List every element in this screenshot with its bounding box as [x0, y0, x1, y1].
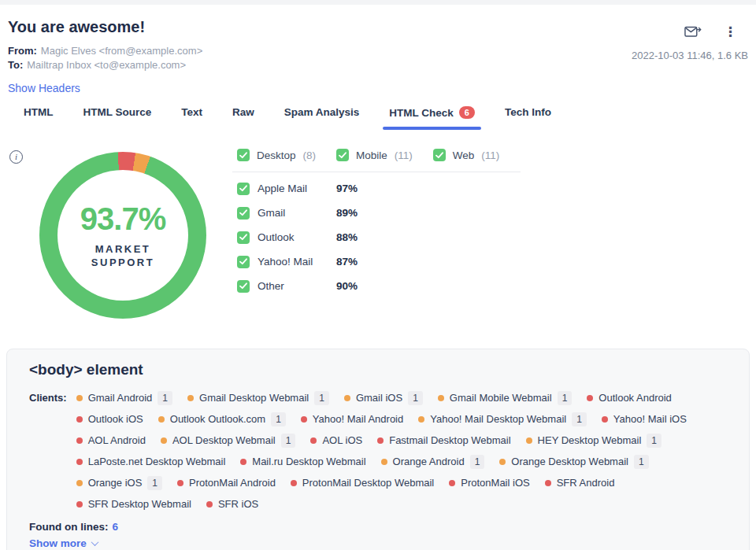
filter-web[interactable]: Web(11) — [433, 149, 500, 161]
checkbox-checked-icon[interactable] — [237, 149, 250, 161]
client-tag-name: LaPoste.net Desktop Webmail — [88, 456, 226, 467]
error-dot-icon — [301, 416, 307, 423]
client-tag-count: 1 — [158, 391, 172, 405]
client-tag-name: Orange iOS — [88, 477, 143, 489]
show-more-link[interactable]: Show more — [29, 537, 98, 549]
support-percent: 87% — [336, 256, 358, 268]
filter-label: Mobile — [356, 149, 387, 161]
to-label: To: — [8, 59, 23, 71]
client-tag-count: 1 — [314, 391, 329, 405]
client-family-label: Apple Mail — [258, 183, 328, 194]
client-tag-orange-desktop-webmail: Orange Desktop Webmail1 — [499, 451, 648, 472]
client-tag-name: ProtonMail Android — [189, 477, 276, 489]
client-tag-yahoo-mail-desktop-webmail: Yahoo! Mail Desktop Webmail1 — [418, 408, 587, 430]
checkbox-checked-icon[interactable] — [237, 183, 250, 195]
support-percent: 88% — [336, 231, 358, 243]
error-dot-icon — [76, 501, 83, 508]
filter-mobile[interactable]: Mobile(11) — [336, 149, 413, 161]
client-tag-name: Gmail Mobile Webmail — [450, 392, 552, 404]
client-tag-orange-android: Orange Android1 — [381, 451, 485, 472]
warning-dot-icon — [344, 395, 350, 401]
filter-count: (11) — [481, 149, 499, 161]
client-tag-count: 1 — [281, 434, 296, 448]
client-tag-count: 1 — [408, 391, 423, 405]
tab-html-source[interactable]: HTML Source — [82, 106, 154, 130]
error-dot-icon — [291, 480, 297, 486]
email-header: You are awesome! From:Magic Elves <from@… — [0, 5, 756, 95]
filter-desktop[interactable]: Desktop(8) — [237, 149, 316, 161]
client-tag-outlook-ios: Outlook iOS — [76, 408, 143, 430]
client-tag-name: Outlook Outlook.com — [170, 413, 265, 425]
tab-label: HTML — [24, 106, 54, 118]
support-row-yahoo-mail: Yahoo! Mail87% — [237, 249, 521, 274]
warning-dot-icon — [526, 437, 532, 444]
checkbox-checked-icon[interactable] — [433, 149, 446, 161]
warning-dot-icon — [381, 459, 387, 465]
tab-badge: 6 — [459, 106, 475, 119]
client-tag-gmail-desktop-webmail: Gmail Desktop Webmail1 — [187, 387, 329, 408]
client-tag-name: Orange Android — [393, 456, 465, 467]
client-tag-name: Yahoo! Mail Android — [313, 413, 403, 425]
client-tag-name: Orange Desktop Webmail — [511, 456, 628, 467]
client-tag-name: Outlook iOS — [88, 413, 143, 425]
tab-bar: HTMLHTML SourceTextRawSpam AnalysisHTML … — [0, 106, 756, 130]
client-tag-aol-ios: AOL iOS — [310, 430, 362, 451]
client-tag-fastmail-desktop-webmail: Fastmail Desktop Webmail — [377, 430, 510, 451]
warning-dot-icon — [76, 480, 83, 486]
tab-label: Raw — [232, 106, 254, 118]
tab-text[interactable]: Text — [180, 106, 204, 130]
donut-value: 93.7% — [80, 201, 165, 237]
error-dot-icon — [449, 480, 455, 486]
error-dot-icon — [206, 501, 213, 508]
from-value: Magic Elves <from@example.com> — [41, 45, 202, 57]
tab-label: HTML Check — [389, 107, 454, 119]
warning-dot-icon — [161, 437, 167, 444]
error-dot-icon — [177, 480, 183, 486]
client-tag-name: SFR iOS — [218, 498, 258, 510]
client-tag-name: ProtonMail Desktop Webmail — [302, 477, 434, 489]
checkbox-checked-icon[interactable] — [237, 280, 250, 293]
support-row-outlook: Outlook88% — [237, 225, 521, 249]
issue-heading: <body> element — [29, 362, 727, 378]
error-dot-icon — [76, 437, 83, 444]
to-value: Mailtrap Inbox <to@example.com> — [27, 59, 186, 71]
tab-html[interactable]: HTML — [22, 106, 55, 130]
client-tag-name: Yahoo! Mail iOS — [613, 413, 687, 425]
tab-tech-info[interactable]: Tech Info — [503, 106, 553, 130]
checkbox-checked-icon[interactable] — [237, 256, 250, 268]
client-tag-aol-desktop-webmail: AOL Desktop Webmail1 — [161, 430, 295, 451]
client-tag-aol-android: AOL Android — [76, 430, 146, 451]
tab-html-check[interactable]: HTML Check6 — [387, 106, 476, 130]
filter-count: (11) — [395, 149, 413, 161]
client-family-label: Outlook — [258, 231, 328, 243]
forward-email-icon[interactable] — [684, 25, 702, 39]
filter-count: (8) — [303, 149, 317, 161]
client-tag-sfr-desktop-webmail: SFR Desktop Webmail — [76, 493, 191, 515]
tab-raw[interactable]: Raw — [231, 106, 256, 130]
client-tag-sfr-ios: SFR iOS — [206, 493, 258, 515]
support-row-other: Other90% — [237, 274, 521, 298]
email-subject: You are awesome! — [8, 17, 748, 36]
found-on-lines: Found on lines:6 — [29, 521, 727, 533]
error-dot-icon — [377, 437, 384, 444]
checkbox-checked-icon[interactable] — [237, 207, 250, 220]
client-tag-count: 1 — [572, 412, 587, 426]
client-tag-name: Mail.ru Desktop Webmail — [252, 456, 365, 467]
client-tag-name: Gmail Android — [88, 392, 153, 404]
info-icon[interactable]: i — [9, 150, 23, 164]
checkbox-checked-icon[interactable] — [336, 149, 349, 161]
client-tag-protonmail-android: ProtonMail Android — [177, 472, 276, 493]
error-dot-icon — [587, 395, 593, 401]
more-menu-icon[interactable]: ⋮ — [724, 26, 737, 39]
client-tag-name: SFR Android — [557, 477, 615, 489]
error-dot-icon — [310, 437, 317, 444]
show-headers-link[interactable]: Show Headers — [8, 82, 80, 94]
show-more-label: Show more — [29, 537, 87, 549]
header-actions: ⋮ — [684, 25, 737, 39]
client-tag-name: Outlook Android — [598, 392, 672, 404]
error-dot-icon — [76, 459, 83, 465]
checkbox-checked-icon[interactable] — [237, 231, 250, 244]
tab-spam-analysis[interactable]: Spam Analysis — [283, 106, 361, 130]
warning-dot-icon — [158, 416, 165, 423]
client-tag-name: SFR Desktop Webmail — [88, 498, 191, 510]
